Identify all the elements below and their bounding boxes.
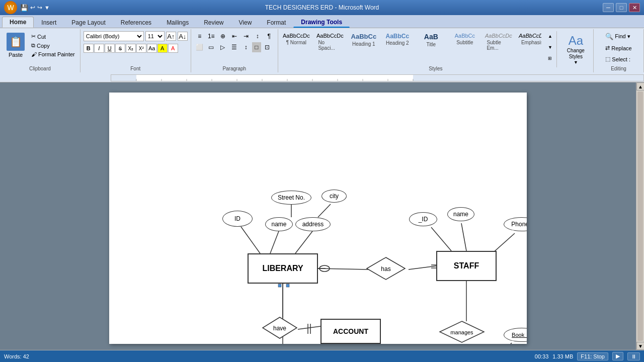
vertical-scrollbar[interactable]: ▲ ▼ [636, 82, 644, 350]
change-styles-arrow: ▼ [574, 60, 578, 65]
font-family-select[interactable]: Calibri (Body) [84, 31, 144, 41]
bullets-button[interactable]: ≡ [194, 31, 205, 41]
style-emphasis[interactable]: AaBbCcDc Emphasis [516, 31, 541, 52]
justify-button[interactable]: ☰ [229, 42, 240, 52]
minimize-button[interactable]: ─ [603, 3, 614, 12]
erd-canvas: LIBERARY STAFF ACCOUNT MEMBERS BOOKS [109, 93, 527, 344]
scroll-down-button[interactable]: ▼ [636, 342, 644, 350]
change-styles-label: Change Styles [564, 48, 588, 60]
style-no-spacing-label: No Spaci... [318, 40, 342, 51]
decrease-indent-button[interactable]: ⇤ [229, 31, 240, 41]
style-subtle-em[interactable]: AaBbCcDc Subtle Em... [482, 31, 515, 52]
style-subtitle-preview: AaBbCc [455, 33, 475, 39]
change-styles-button[interactable]: Aa Change Styles ▼ [560, 31, 591, 67]
tab-view[interactable]: View [231, 17, 260, 28]
borders-button[interactable]: ⊡ [262, 42, 273, 52]
line-spacing-button[interactable]: ↕ [240, 42, 252, 52]
increase-indent-button[interactable]: ⇥ [240, 31, 252, 41]
styles-scroll-up[interactable]: ▲ [544, 31, 555, 41]
cut-button[interactable]: ✂ Cut [29, 32, 77, 41]
tab-references[interactable]: References [113, 17, 159, 28]
style-heading2[interactable]: AaBbCc Heading 2 [381, 31, 414, 52]
close-button[interactable]: ✕ [629, 3, 640, 12]
style-heading1-preview: AaBbCc [351, 33, 377, 41]
case-button[interactable]: Aa [147, 44, 157, 53]
paste-icon: 📋 [7, 33, 25, 51]
statusbar-right: 00:33 1.33 MB F11: Stop ▶ ⏸ [535, 352, 640, 360]
select-button[interactable]: ⬚ Select : [602, 54, 633, 64]
style-title-label: Title [427, 42, 436, 47]
multilevel-button[interactable]: ⊕ [217, 31, 228, 41]
maximize-button[interactable]: □ [616, 3, 627, 12]
window-title: TECH DESIGNERS ERD - Microsoft Word [265, 4, 379, 11]
list-row: ≡ 1≡ ⊕ ⇤ ⇥ ↕ ¶ [194, 31, 275, 41]
replace-button[interactable]: ⇄ Replace [602, 43, 634, 53]
scroll-up-button[interactable]: ▲ [636, 82, 644, 90]
svg-text:manages: manages [450, 329, 473, 335]
styles-more[interactable]: ⊞ [544, 53, 555, 63]
bold-button[interactable]: B [84, 44, 94, 53]
document-scroll[interactable]: LIBERARY STAFF ACCOUNT MEMBERS BOOKS [0, 82, 636, 350]
style-heading2-preview: AaBbCc [386, 33, 410, 40]
font-size-select[interactable]: 11 [145, 31, 165, 41]
svg-rect-52 [286, 284, 289, 287]
rel-manages: manages [439, 320, 485, 343]
show-marks-button[interactable]: ¶ [264, 31, 275, 41]
play-button[interactable]: ▶ [612, 352, 623, 360]
time-display: 00:33 [535, 353, 549, 359]
redo-icon[interactable]: ↪ [37, 4, 42, 11]
svg-rect-1 [136, 75, 413, 81]
style-heading2-label: Heading 2 [386, 40, 409, 46]
svg-line-37 [295, 231, 312, 253]
svg-rect-51 [278, 284, 281, 287]
undo-icon[interactable]: ↩ [30, 4, 35, 11]
clipboard-label: Clipboard [0, 66, 80, 71]
highlight-button[interactable]: A [157, 44, 168, 53]
numbering-button[interactable]: 1≡ [206, 31, 217, 41]
underline-button[interactable]: U [105, 44, 115, 53]
style-title-preview: AaB [424, 33, 438, 41]
grow-font-button[interactable]: A↑ [166, 32, 176, 41]
subscript-button[interactable]: X₂ [126, 44, 136, 53]
tab-drawing-tools[interactable]: Drawing Tools [293, 17, 350, 28]
paste-button[interactable]: 📋 Paste [3, 31, 28, 59]
tab-page-layout[interactable]: Page Layout [64, 17, 113, 28]
customize-icon[interactable]: ▼ [44, 5, 50, 11]
tab-mailings[interactable]: Mailings [159, 17, 196, 28]
style-heading1[interactable]: AaBbCc Heading 1 [347, 31, 380, 52]
find-button[interactable]: 🔍 Find ▾ [602, 31, 633, 42]
style-normal[interactable]: AaBbCcDc ¶ Normal [280, 31, 312, 52]
ruler-bar [111, 74, 644, 81]
align-right-button[interactable]: ▷ [217, 42, 228, 52]
superscript-button[interactable]: X² [136, 44, 146, 53]
save-icon[interactable]: 💾 [20, 4, 28, 12]
f11-stop[interactable]: F11: Stop [577, 352, 608, 360]
style-no-spacing[interactable]: AaBbCcDc No Spaci... [313, 31, 346, 52]
tab-review[interactable]: Review [196, 17, 231, 28]
svg-text:has: has [381, 265, 390, 273]
entity-account[interactable]: ACCOUNT [320, 319, 381, 344]
tab-format[interactable]: Format [259, 17, 293, 28]
style-title[interactable]: AaB Title [415, 31, 447, 52]
copy-button[interactable]: ⧉ Copy [29, 41, 77, 50]
clipboard-small-buttons: ✂ Cut ⧉ Copy 🖌 Format Painter [29, 31, 77, 58]
entity-staff[interactable]: STAFF [436, 251, 497, 281]
italic-button[interactable]: I [94, 44, 104, 53]
format-painter-button[interactable]: 🖌 Format Painter [29, 50, 77, 58]
style-subtle-em-label: Subtle Em... [487, 40, 510, 51]
sort-button[interactable]: ↕ [252, 31, 263, 41]
align-left-button[interactable]: ⬜ [194, 42, 205, 52]
strikethrough-button[interactable]: S̶ [115, 44, 125, 53]
align-center-button[interactable]: ▭ [206, 42, 217, 52]
change-styles-icon: Aa [569, 34, 583, 48]
shading-button[interactable]: □ [252, 42, 261, 52]
entity-library[interactable]: LIBERARY [248, 253, 318, 284]
tab-insert[interactable]: Insert [34, 17, 64, 28]
font-color-button[interactable]: A [168, 44, 178, 53]
tab-home[interactable]: Home [2, 17, 34, 28]
pause-button[interactable]: ⏸ [627, 352, 640, 360]
scroll-thumb[interactable] [637, 92, 643, 341]
shrink-font-button[interactable]: A↓ [178, 32, 188, 41]
style-subtitle[interactable]: AaBbCc Subtitle [448, 31, 481, 52]
styles-scroll-down[interactable]: ▼ [544, 42, 555, 52]
